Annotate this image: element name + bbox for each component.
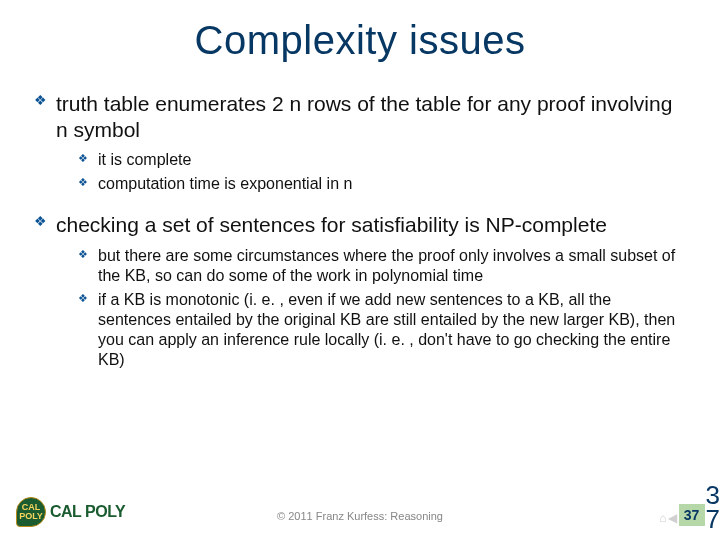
page-number-large: 3 7 xyxy=(706,483,720,532)
bullet-1a: it is complete xyxy=(78,150,686,170)
copyright-text: © 2011 Franz Kurfess: Reasoning xyxy=(277,510,443,522)
bullet-2: checking a set of sentences for satisfia… xyxy=(34,212,686,370)
prev-icon[interactable]: ◀ xyxy=(668,511,677,525)
bullet-2b: if a KB is monotonic (i. e. , even if we… xyxy=(78,290,686,370)
page-number-group: ⌂ ◀ 37 3 7 xyxy=(659,488,720,528)
bullet-2-text: checking a set of sentences for satisfia… xyxy=(56,213,607,236)
bullet-1: truth table enumerates 2 n rows of the t… xyxy=(34,91,686,194)
slide-content: truth table enumerates 2 n rows of the t… xyxy=(0,71,720,370)
calpoly-badge-icon: CAL POLY xyxy=(16,497,46,527)
bullet-2-sublist: but there are some circumstances where t… xyxy=(56,246,686,370)
home-icon[interactable]: ⌂ xyxy=(659,511,666,525)
page-number-large-bottom: 7 xyxy=(706,507,720,532)
bullet-1-text: truth table enumerates 2 n rows of the t… xyxy=(56,92,672,141)
calpoly-logo-text: CAL POLY xyxy=(50,503,125,521)
footer: CAL POLY CAL POLY © 2011 Franz Kurfess: … xyxy=(0,488,720,528)
bullet-1b: computation time is exponential in n xyxy=(78,174,686,194)
slide: Complexity issues truth table enumerates… xyxy=(0,0,720,540)
calpoly-logo: CAL POLY CAL POLY xyxy=(16,496,126,528)
slide-title: Complexity issues xyxy=(0,0,720,71)
nav-icons: ⌂ ◀ xyxy=(659,511,676,525)
bullet-list-level1: truth table enumerates 2 n rows of the t… xyxy=(34,91,686,370)
bullet-2a: but there are some circumstances where t… xyxy=(78,246,686,286)
page-number-small: 37 xyxy=(679,504,705,526)
bullet-1-sublist: it is complete computation time is expon… xyxy=(56,150,686,194)
